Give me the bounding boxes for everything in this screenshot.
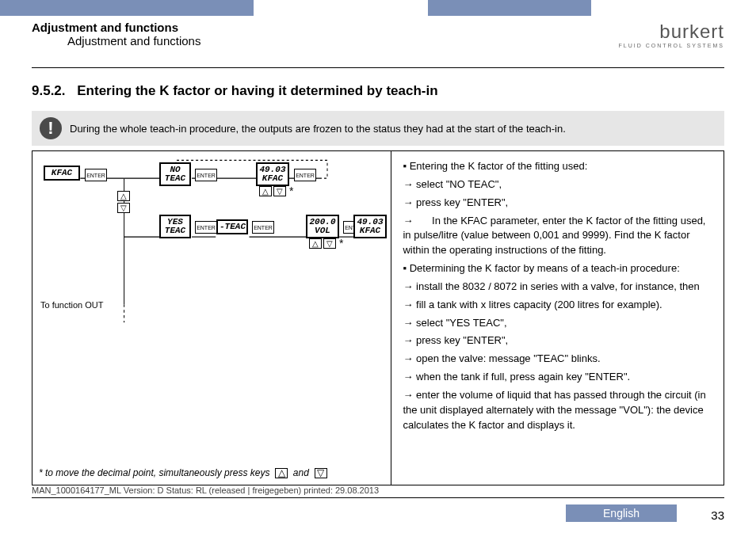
accent-bar-left (0, 0, 254, 16)
procedure-text: Entering the K factor of the fitting use… (391, 151, 724, 485)
diagram-footnote: * to move the decimal point, simultaneou… (39, 467, 384, 478)
step: Determining the K factor by means of a t… (403, 261, 712, 276)
step: fill a tank with x litres capacity (200 … (403, 298, 712, 313)
content-box: KFAC ENTER △ ▽ NOTEAC ENTER YESTEAC ENTE… (32, 150, 724, 485)
enter-button[interactable]: ENTER (85, 169, 107, 181)
to-function-out-label: To function OUT (40, 300, 103, 310)
enter-button[interactable]: ENTER (294, 169, 316, 181)
node-teac: -TEAC (216, 219, 248, 234)
down-button[interactable]: ▽ (117, 203, 130, 213)
asterisk-icon: * (339, 237, 343, 249)
step: select "NO TEAC", (403, 177, 712, 192)
flow-diagram: KFAC ENTER △ ▽ NOTEAC ENTER YESTEAC ENTE… (32, 151, 391, 485)
node-4903-kfac-2: 49.03KFAC (353, 215, 387, 238)
step: In the KFAC parameter, enter the K facto… (403, 214, 712, 259)
step: install the 8032 / 8072 in series with a… (403, 280, 712, 295)
diagram-wires (32, 151, 391, 485)
step: select "YES TEAC", (403, 316, 712, 331)
node-kfac: KFAC (44, 166, 80, 181)
node-vol: 200.0VOL (306, 215, 339, 238)
document-id: MAN_1000164177_ML Version: D Status: RL … (32, 485, 379, 495)
info-callout: ! During the whole teach-in procedure, t… (32, 111, 724, 146)
exclamation-icon: ! (40, 117, 62, 139)
down-button[interactable]: ▽ (273, 186, 286, 196)
step: press key "ENTER", (403, 196, 712, 211)
accent-bar-right (428, 0, 591, 16)
up-button[interactable]: △ (309, 238, 322, 249)
step: when the tank if full, press again key "… (403, 370, 712, 385)
step: open the valve: message "TEAC" blinks. (403, 352, 712, 367)
page-number: 33 (711, 508, 724, 522)
node-4903-kfac: 49.03KFAC (256, 162, 289, 186)
enter-button[interactable]: ENTER (195, 221, 217, 234)
down-icon: ▽ (315, 468, 327, 478)
step: press key "ENTER", (403, 333, 712, 348)
brand-logo: burkert FLUID CONTROL SYSTEMS (618, 21, 724, 48)
language-badge: English (566, 504, 677, 522)
node-yes-teac: YESTEAC (159, 215, 191, 238)
up-button[interactable]: △ (259, 186, 272, 196)
enter-button[interactable]: ENTER (252, 221, 274, 234)
enter-button[interactable]: ENTER (195, 169, 217, 181)
node-no-teac: NOTEAC (159, 162, 191, 186)
footer-divider (32, 497, 724, 498)
down-button[interactable]: ▽ (323, 238, 336, 249)
section-heading: 9.5.2. Entering the K factor or having i… (32, 83, 724, 99)
step: Entering the K factor of the fitting use… (403, 159, 712, 174)
asterisk-icon: * (289, 185, 293, 197)
up-icon: △ (275, 468, 288, 478)
info-text: During the whole teach-in procedure, the… (70, 123, 566, 135)
up-button[interactable]: △ (117, 191, 130, 201)
page-header: Adjustment and functions Adjustment and … (32, 21, 724, 68)
step: enter the volume of liquid that has pass… (403, 388, 712, 433)
